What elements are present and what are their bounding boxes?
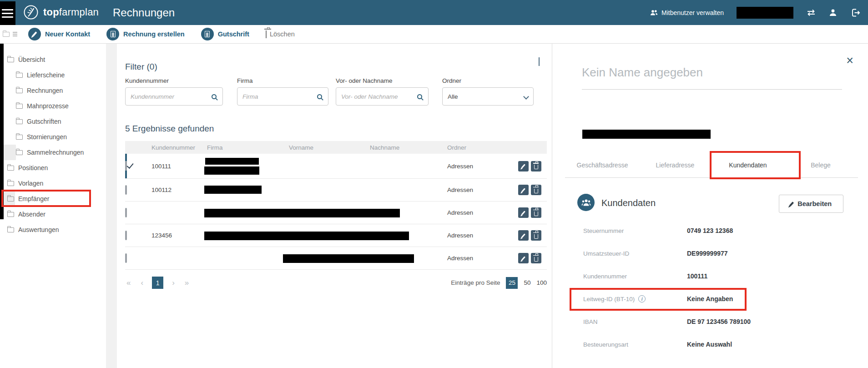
next-page-button[interactable]: › xyxy=(171,278,176,287)
sidebar-item-positionen[interactable]: Positionen xyxy=(4,160,106,176)
row-checkbox[interactable] xyxy=(125,253,127,263)
top-bar: topfarmplan Rechnungen Mitbenutzer verwa… xyxy=(0,0,868,25)
kundennummer-input[interactable] xyxy=(131,93,212,100)
table-row[interactable]: Adressen xyxy=(125,247,547,270)
last-page-button[interactable]: » xyxy=(183,278,190,287)
redaction-bar xyxy=(204,186,262,194)
name-input[interactable] xyxy=(341,93,417,100)
info-icon[interactable] xyxy=(638,295,646,302)
table-header: Kundennummer Firma Vorname Nachname Ordn… xyxy=(125,141,547,154)
sidebar-item-gutschriften[interactable]: Gutschriften xyxy=(4,114,106,129)
firma-search-field[interactable] xyxy=(237,87,328,106)
page-title: Rechnungen xyxy=(113,6,175,19)
delete-row-button[interactable] xyxy=(531,207,541,218)
redaction-bar xyxy=(283,254,414,263)
manage-users-button[interactable]: Mitbenutzer verwalten xyxy=(650,9,724,16)
folder-icon xyxy=(16,73,23,78)
sidebar-item-empfaenger[interactable]: Empfänger xyxy=(4,191,15,207)
logout-icon[interactable] xyxy=(850,8,861,18)
folder-icon xyxy=(16,119,23,124)
sidebar-item-stornierungen[interactable]: Stornierungen xyxy=(4,129,106,145)
sidebar-item-lieferscheine[interactable]: Lieferscheine xyxy=(4,67,106,83)
list-icon xyxy=(13,32,17,36)
manage-users-label: Mitbenutzer verwalten xyxy=(661,9,724,16)
switch-account-icon[interactable] xyxy=(806,8,816,17)
new-contact-button[interactable]: Neuer Kontakt xyxy=(28,28,90,40)
document-circle-icon xyxy=(201,28,214,40)
search-icon xyxy=(212,94,217,99)
folder-icon xyxy=(3,32,10,37)
close-icon[interactable] xyxy=(845,54,854,68)
edit-customer-data-button[interactable]: Bearbeiten xyxy=(779,195,843,213)
row-checkbox[interactable] xyxy=(125,161,127,171)
credit-note-button[interactable]: Gutschrift xyxy=(201,28,249,40)
delete-row-button[interactable] xyxy=(531,230,541,241)
tab-kundendaten[interactable]: Kundendaten xyxy=(712,152,784,178)
app-logo[interactable]: topfarmplan xyxy=(23,4,99,20)
collapse-filter-chevron-icon[interactable] xyxy=(537,55,541,67)
edit-row-button[interactable] xyxy=(518,161,529,171)
detail-panel: Kein Name angegeben g Geschäftsadresse L… xyxy=(552,44,868,368)
delete-button[interactable]: Löschen xyxy=(266,30,295,38)
folder-icon xyxy=(7,181,14,186)
field-row-besteuerungsart: Besteuerungsart Keine Auswahl xyxy=(583,333,847,356)
delete-row-button[interactable] xyxy=(531,185,541,195)
per-page-25[interactable]: 25 xyxy=(506,277,518,289)
sidebar-item-uebersicht[interactable]: Übersicht xyxy=(4,52,106,67)
sidebar-item-vorlagen[interactable]: Vorlagen xyxy=(4,176,106,191)
sidebar-item-mahnprozesse[interactable]: Mahnprozesse xyxy=(4,98,106,114)
sidebar-item-auswertungen[interactable]: Auswertungen xyxy=(4,222,106,237)
trash-icon xyxy=(534,189,538,193)
detail-tabs: Geschäftsadresse Lieferadresse Kundendat… xyxy=(566,153,857,177)
per-page-50[interactable]: 50 xyxy=(524,279,530,286)
folder-icon xyxy=(16,135,23,140)
tab-lieferadresse[interactable]: Lieferadresse xyxy=(639,153,712,177)
sidebar-item-sammelrechnungen[interactable]: Sammelrechnungen xyxy=(4,145,16,160)
field-row-leitweg-id: Leitweg-ID (BT-10) Keine Angaben xyxy=(583,287,847,310)
edit-row-button[interactable] xyxy=(518,253,529,263)
main-content: Filter (0) Kundennummer Firma Vor- oder … xyxy=(117,44,551,368)
pencil-icon xyxy=(521,164,525,168)
row-checkbox[interactable] xyxy=(125,231,127,240)
delete-row-button[interactable] xyxy=(531,253,541,263)
name-search-field[interactable] xyxy=(336,87,429,106)
firma-label: Firma xyxy=(237,77,328,84)
current-page-button[interactable]: 1 xyxy=(152,277,163,289)
sidebar-divider xyxy=(106,44,117,368)
edit-row-button[interactable] xyxy=(518,230,529,241)
hamburger-menu-icon[interactable] xyxy=(0,1,15,25)
sidebar-item-absender[interactable]: Absender xyxy=(4,207,106,222)
firma-input[interactable] xyxy=(242,93,317,100)
pencil-icon xyxy=(521,256,525,260)
row-checkbox[interactable] xyxy=(125,208,127,217)
tab-geschaeftsadresse[interactable]: Geschäftsadresse xyxy=(566,153,639,177)
table-row[interactable]: 100112 Adressen xyxy=(125,179,547,202)
ordner-selected-value: Alle xyxy=(448,93,458,100)
field-row-umsatzsteuer-id: Umsatzsteuer-ID DE999999977 xyxy=(583,242,847,265)
table-row[interactable]: 100111 Adressen xyxy=(125,154,547,179)
create-invoice-button[interactable]: Rechnung erstellen xyxy=(106,28,185,40)
filter-fields: Kundennummer Firma Vor- oder Nachname Or… xyxy=(125,77,534,106)
sidebar-item-rechnungen[interactable]: Rechnungen xyxy=(4,83,106,98)
ordner-select[interactable]: Alle xyxy=(442,87,534,106)
kundennummer-search-field[interactable] xyxy=(125,87,223,106)
per-page-100[interactable]: 100 xyxy=(536,279,547,286)
edit-row-button[interactable] xyxy=(518,207,529,218)
first-page-button[interactable]: « xyxy=(125,278,132,287)
trash-icon xyxy=(534,257,538,262)
delete-row-button[interactable] xyxy=(531,161,541,171)
folder-icon xyxy=(16,88,23,93)
trash-icon xyxy=(534,212,538,216)
table-row[interactable]: Adressen xyxy=(125,202,547,224)
row-checkbox[interactable] xyxy=(125,185,127,195)
table-row[interactable]: 123456 Adressen xyxy=(125,224,547,247)
kundennummer-label: Kundennummer xyxy=(125,77,223,84)
profile-icon[interactable] xyxy=(829,9,837,17)
trash-icon xyxy=(534,234,538,239)
folder-tree-toggle[interactable] xyxy=(3,32,17,37)
prev-page-button[interactable]: ‹ xyxy=(139,278,145,287)
field-row-steuernummer: Steuernummer 0749 123 12368 xyxy=(583,219,847,242)
tab-belege[interactable]: Belege xyxy=(784,153,857,177)
edit-row-button[interactable] xyxy=(518,185,529,195)
redacted-left-strip xyxy=(0,44,4,219)
